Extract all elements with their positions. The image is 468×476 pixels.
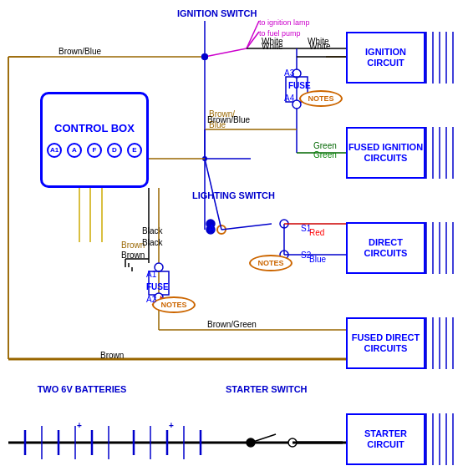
terminal-a1: A1 (47, 143, 62, 158)
terminal-row: A1 A F D E (47, 143, 142, 158)
terminal-d: D (107, 143, 122, 158)
fuse-bottom-label: FUSE (146, 282, 169, 291)
brown-bottom-label: Brown (100, 351, 124, 360)
notes-badge-3: NOTES (249, 255, 292, 271)
a-switch-label: A (209, 224, 215, 233)
brown-green-label: Brown/Green (207, 320, 257, 329)
white1-label: White (262, 42, 283, 51)
direct-circuit-box: DIRECT CIRCUITS (346, 222, 425, 274)
s1-label: S1 (301, 224, 311, 233)
control-box: CONTROL BOX A1 A F D E (40, 92, 149, 188)
black-label: Black (142, 238, 162, 247)
fused-ignition-circuit-box: FUSED IGNITION CIRCUITS (346, 127, 425, 179)
brown-blue-mid-label: Brown/Blue (207, 115, 250, 124)
brown-a-label: Brown (121, 251, 145, 260)
red-label: Red (309, 228, 324, 237)
fused-direct-circuit-box: FUSED DIRECT CIRCUITS (346, 317, 425, 369)
fuse-top-label: FUSE (288, 81, 311, 90)
starter-circuit-box: STARTER CIRCUIT (346, 413, 425, 465)
a2-label: A2 (146, 295, 156, 304)
to-fuel-pump-label: to fuel pump (259, 29, 301, 38)
to-ignition-lamp-label: to ignition lamp (259, 18, 310, 27)
terminal-f: F (87, 143, 102, 158)
blue-wire-label: Blue (309, 255, 326, 264)
a3-label: A3 (284, 68, 294, 78)
two-batteries-label: TWO 6V BATTERIES (32, 384, 132, 394)
notes-badge-1: NOTES (299, 90, 343, 107)
starter-switch-label: STARTER SWITCH (226, 384, 292, 395)
ignition-switch-label: IGNITION SWITCH (177, 8, 244, 19)
lighting-switch-label: LIGHTING SWITCH (192, 190, 259, 201)
a4-label: A4 (284, 94, 294, 103)
white2-label: White (309, 42, 331, 51)
control-box-title: CONTROL BOX (54, 122, 135, 136)
ignition-circuit-box: IGNITION CIRCUIT (346, 32, 425, 84)
brown-blue-top-label: Brown/Blue (58, 47, 101, 56)
green-label: Green (313, 150, 337, 160)
s2-label: S2 (301, 251, 311, 260)
terminal-a: A (67, 143, 82, 158)
notes-badge-2: NOTES (152, 296, 196, 313)
a1-bottom-label: A1 (146, 270, 156, 279)
terminal-e: E (127, 143, 142, 158)
